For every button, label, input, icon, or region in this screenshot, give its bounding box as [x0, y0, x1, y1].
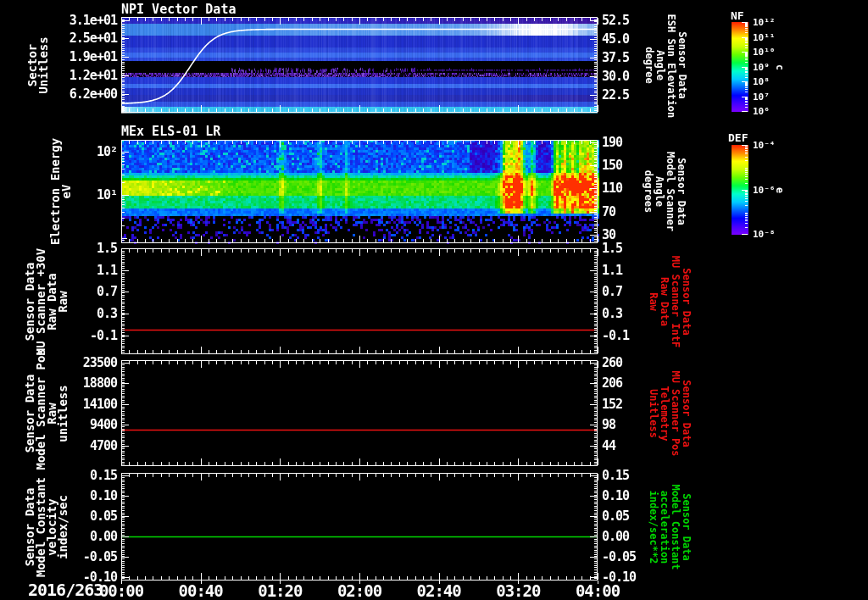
panel-model-scanner-pos-right-label: Sensor DataMU Scanner PosTelemetryUnitle…: [647, 357, 691, 469]
panel-title-npi: NPI Vector Data: [121, 2, 236, 17]
x-axis-label: 03:20: [488, 581, 548, 600]
panel-els-left-tick: 10²: [56, 145, 117, 158]
panel-model-scanner-pos-right-tick: 260: [602, 356, 663, 369]
panel-model-constant-velocity-right-label: Sensor DataModel Constantaccelerationind…: [647, 469, 691, 584]
panel-model-scanner-pos-right-label-line: Sensor Data: [680, 357, 691, 469]
panel-model-constant-velocity-right-label-line: Sensor Data: [680, 469, 691, 584]
panel-model-scanner-pos-left-label: Sensor DataModel Scanner PosRawunitless: [24, 357, 68, 469]
panel-model-constant-velocity-right-tick: 0.05: [602, 509, 663, 523]
panel-els-right-tick: 150: [602, 158, 663, 172]
panel-model-constant-velocity-left-tick: 0.15: [56, 469, 117, 482]
panel-els-right-label-line: Model Scanner: [665, 136, 676, 247]
panel-npi-right-tick: 22.5: [602, 88, 663, 102]
panel-mu-scanner-30v-left-tick: 0.3: [56, 307, 117, 320]
panel-mu-scanner-30v-right-tick: -0.1: [602, 329, 663, 342]
panel-model-constant-velocity-right-tick: -0.05: [602, 550, 663, 564]
panel-mu-scanner-30v-right-label-line: MU Scanner IntF: [669, 245, 680, 358]
panel-mu-scanner-30v-left-tick: 1.1: [56, 264, 117, 277]
colorbar-def-units: e: [774, 119, 785, 261]
panel-npi-left-tick: 3.1e+01: [56, 14, 117, 27]
x-axis-label: 00:40: [171, 581, 231, 600]
panel-model-constant-velocity-left-tick: 0.10: [56, 489, 117, 503]
panel-model-constant-velocity-right-label-line: acceleration: [658, 469, 669, 584]
plot-screen: NPI Vector Data MEx ELS-01 LR 2016/263 N…: [0, 0, 868, 600]
panel-npi-right-label-line: ESH Sun Elevation: [665, 14, 676, 116]
panel-model-scanner-pos-right-label-line: Unitless: [647, 357, 658, 469]
panel-mu-scanner-30v-right-label-line: Sensor Data: [680, 245, 691, 358]
panel-els-left-tick: 10¹: [56, 188, 117, 202]
panel-model-constant-velocity-right-tick: 0.15: [602, 469, 663, 482]
x-axis-label: 02:40: [409, 581, 469, 600]
panel-title-els: MEx ELS-01 LR: [121, 124, 220, 139]
panel-model-scanner-pos-left-tick: 9400: [56, 418, 117, 431]
panel-npi-right-label-line: Sensor Data: [676, 14, 687, 116]
panel-mu-scanner-30v-right-tick: 1.5: [602, 242, 663, 255]
colorbar-nf-units-line: c: [774, 3, 785, 131]
panel-els-right-tick: 190: [602, 136, 663, 149]
panel-mu-scanner-30v-left-tick: -0.1: [56, 329, 117, 342]
panel-npi-right-tick: 45.0: [602, 32, 663, 46]
panel-model-constant-velocity-left-label: Sensor DataModel Constantvelocityindex/s…: [24, 469, 68, 584]
panel-model-scanner-pos-left-tick: 4700: [56, 439, 117, 453]
panel-npi-left-label: SectorUnitless: [26, 14, 48, 116]
panel-model-constant-velocity-left-tick: -0.05: [56, 550, 117, 564]
panel-mu-scanner-30v-right-tick: 0.3: [602, 307, 663, 320]
panel-model-constant-velocity-right-label-line: Model Constant: [669, 469, 680, 584]
panel-mu-scanner-30v-right-tick: 0.7: [602, 285, 663, 298]
panel-model-scanner-pos-right-tick: 44: [602, 439, 663, 453]
panel-model-scanner-pos-right-tick: 206: [602, 376, 663, 390]
panel-model-constant-velocity-left-tick: 0.00: [56, 530, 117, 543]
panel-model-scanner-pos-left-tick: 23500: [56, 356, 117, 369]
panel-mu-scanner-30v-right-tick: 1.1: [602, 264, 663, 277]
x-axis-label: 04:00: [568, 581, 627, 600]
panel-npi-right-tick: 52.5: [602, 14, 663, 27]
panel-npi-right-tick: 30.0: [602, 69, 663, 83]
plot-canvas: [0, 0, 868, 600]
panel-els-right-tick: 70: [602, 205, 663, 219]
colorbar-nf-units: c: [774, 3, 785, 131]
panel-npi-left-tick: 1.9e+01: [56, 50, 117, 64]
panel-npi-left-tick: 2.5e+01: [56, 31, 117, 45]
panel-model-scanner-pos-left-tick: 18800: [56, 376, 117, 390]
panel-model-scanner-pos-right-tick: 152: [602, 397, 663, 411]
panel-model-constant-velocity-left-label-line: index/sec: [57, 469, 68, 584]
panel-mu-scanner-30v-left-tick: 1.5: [56, 242, 117, 255]
panel-model-constant-velocity-right-tick: 0.00: [602, 530, 663, 543]
panel-model-scanner-pos-right-tick: 98: [602, 418, 663, 431]
x-axis-label: 00:00: [92, 581, 151, 600]
panel-npi-left-tick: 1.2e+01: [56, 69, 117, 82]
panel-els-right-tick: 110: [602, 181, 663, 195]
panel-model-scanner-pos-left-label-line: unitless: [57, 357, 68, 469]
panel-model-scanner-pos-left-tick: 14100: [56, 397, 117, 411]
panel-mu-scanner-30v-left-tick: 0.7: [56, 285, 117, 298]
x-axis-label: 01:20: [250, 581, 309, 600]
panel-npi-right-tick: 37.5: [602, 51, 663, 64]
panel-model-scanner-pos-right-label-line: MU Scanner Pos: [669, 357, 680, 469]
panel-model-constant-velocity-right-tick: 0.10: [602, 489, 663, 503]
panel-npi-left-tick: 6.2e+00: [56, 87, 117, 101]
panel-npi-left-label-line: Unitless: [37, 14, 48, 116]
panel-model-constant-velocity-left-tick: 0.05: [56, 509, 117, 523]
x-axis-label: 02:00: [330, 581, 389, 600]
panel-model-constant-velocity-right-label-line: index/sec**2: [647, 469, 658, 584]
colorbar-nf-title: NF: [731, 9, 744, 22]
panel-els-right-label-line: Sensor Data: [676, 136, 687, 247]
panel-model-scanner-pos-right-label-line: Telemetry: [658, 357, 669, 469]
colorbar-def-title: DEF: [728, 131, 748, 144]
colorbar-def-units-line: e: [774, 119, 785, 261]
panel-els-right-tick: 30: [602, 228, 663, 242]
